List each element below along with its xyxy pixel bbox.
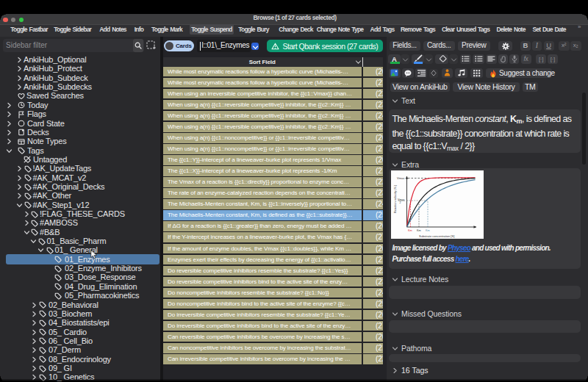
svg-text:Km: Km: [408, 229, 412, 232]
svg-text:2: 2: [399, 201, 401, 203]
svg-text:Km: Km: [426, 229, 430, 232]
svg-text:Vmax: Vmax: [397, 176, 404, 180]
svg-text:Substrate concentration [S]: Substrate concentration [S]: [419, 234, 454, 237]
svg-text:Reaction velocity (V₀): Reaction velocity (V₀): [393, 184, 397, 212]
svg-text:Km: Km: [417, 229, 421, 232]
svg-text:Vmax: Vmax: [398, 198, 404, 201]
